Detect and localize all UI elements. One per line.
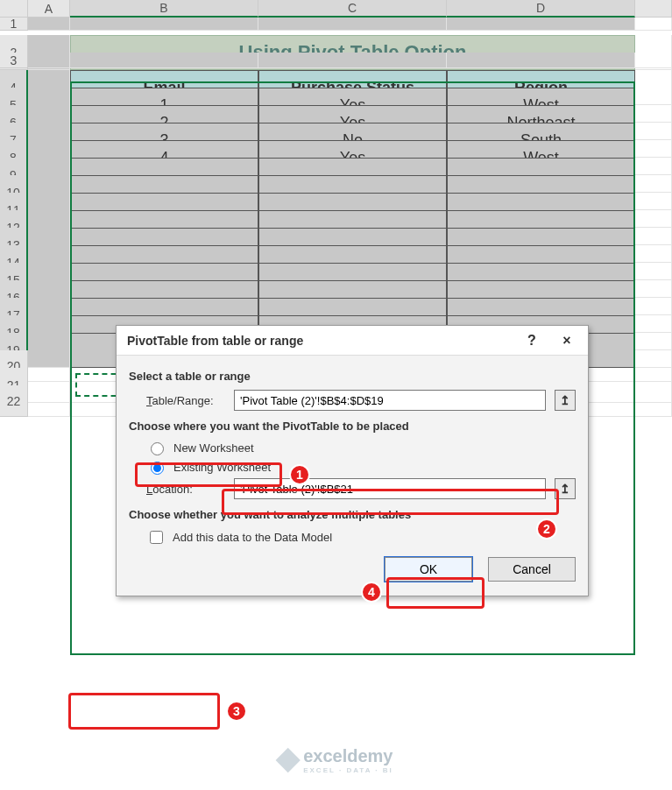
ok-button[interactable]: OK	[385, 557, 472, 582]
col-A[interactable]: A	[28, 0, 70, 18]
col-blank[interactable]	[635, 0, 672, 18]
section-placement: Choose where you want the PivotTable to …	[129, 420, 576, 433]
cancel-button[interactable]: Cancel	[488, 557, 576, 582]
watermark: exceldemy EXCEL · DATA · BI	[279, 746, 393, 774]
dialog-titlebar[interactable]: PivotTable from table or range ? ×	[117, 326, 588, 356]
table-range-input[interactable]	[234, 390, 546, 411]
help-button[interactable]: ?	[518, 329, 546, 352]
radio-existing-worksheet-label: Existing Worksheet	[173, 461, 271, 474]
cell[interactable]	[258, 53, 447, 68]
section-select-range: Select a table or range	[129, 370, 576, 383]
dialog-body: Select a table or range Table/Range: ↥ C…	[117, 356, 588, 596]
location-label: Location:	[146, 483, 225, 496]
row-3[interactable]: 3	[0, 53, 28, 68]
radio-existing-worksheet[interactable]	[151, 462, 164, 475]
col-C[interactable]: C	[258, 0, 447, 18]
section-multiple-tables: Choose whether you want to analyze multi…	[129, 508, 576, 521]
col-D[interactable]: D	[447, 0, 635, 18]
checkbox-data-model[interactable]	[150, 531, 163, 544]
cell[interactable]	[70, 18, 258, 31]
cell[interactable]	[447, 18, 635, 31]
cell[interactable]	[635, 18, 672, 31]
watermark-tag: EXCEL · DATA · BI	[303, 766, 393, 774]
location-input[interactable]	[234, 478, 546, 499]
annotation-num-3: 3	[226, 701, 247, 722]
watermark-brand: exceldemy	[303, 746, 393, 765]
radio-new-worksheet-label: New Worksheet	[173, 441, 254, 455]
cell[interactable]	[28, 385, 70, 417]
annotation-num-1: 1	[289, 464, 310, 485]
pivottable-dialog: PivotTable from table or range ? × Selec…	[116, 325, 589, 596]
radio-new-worksheet[interactable]	[151, 442, 164, 455]
cell[interactable]	[258, 18, 447, 31]
cube-icon	[275, 748, 300, 772]
table-range-label: Table/Range:	[146, 394, 225, 407]
cell[interactable]	[447, 53, 635, 68]
col-B[interactable]: B	[70, 0, 258, 18]
checkbox-data-model-label: Add this data to the Data Model	[173, 531, 332, 544]
annotation-box-3	[68, 693, 220, 730]
close-button[interactable]: ×	[553, 329, 581, 352]
row-1[interactable]: 1	[0, 18, 28, 31]
annotation-num-2: 2	[536, 518, 557, 540]
annotation-num-4: 4	[361, 582, 382, 603]
cell[interactable]	[28, 18, 70, 31]
cell[interactable]	[28, 53, 70, 68]
collapse-range-icon[interactable]: ↥	[555, 478, 576, 499]
selectall-corner[interactable]	[0, 0, 28, 18]
cell[interactable]	[70, 53, 258, 68]
collapse-range-icon[interactable]: ↥	[555, 390, 576, 411]
dialog-title: PivotTable from table or range	[127, 334, 303, 348]
row-22[interactable]: 22	[0, 385, 28, 417]
cell[interactable]	[635, 53, 672, 68]
cell[interactable]	[635, 385, 672, 417]
